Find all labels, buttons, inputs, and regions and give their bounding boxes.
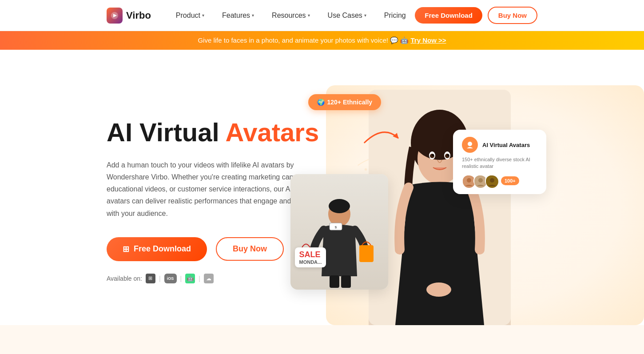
info-card-header: AI Virtual Avatars [462,137,537,153]
platform-icons: ⊞ | iOS | 🤖 | ☁ [146,274,214,283]
cloud-platform-icon: ☁ [204,274,214,283]
ios-platform-icon: iOS [164,274,177,283]
hero-section: AI Virtual Avatars Add a human touch to … [0,50,644,325]
svg-point-50 [467,178,471,183]
ai-avatars-info-card: AI Virtual Avatars 150+ ethnically diver… [453,130,546,194]
sale-label: SALE MONDA... [295,247,326,267]
svg-point-54 [490,178,494,183]
windows-platform-icon: ⊞ [146,274,155,283]
chevron-down-icon: ▾ [252,13,254,18]
svg-point-47 [426,282,451,297]
sale-text: SALE [299,250,322,259]
avatar-count-badge: 100+ [501,176,519,185]
chevron-down-icon: ▾ [308,13,310,18]
shopping-card-inner: SALE $ [290,174,388,290]
nav-links: Product ▾ Features ▾ Resources ▾ Use Cas… [169,8,415,23]
available-on-label: Available on: [107,275,142,282]
mini-avatar-2 [473,175,486,187]
svg-point-48 [468,142,472,146]
shopping-person-card: SALE $ SALE MONDA... [290,174,388,290]
nav-buy-now-button[interactable]: Buy Now [488,7,537,24]
hero-free-download-button[interactable]: ⊞ Free Download [107,237,207,261]
logo-text: Virbo [126,10,151,21]
info-avatar-icon [462,137,478,153]
android-platform-icon: 🤖 [185,274,195,283]
logo-icon [107,8,123,24]
nav-item-use-cases[interactable]: Use Cases ▾ [321,8,374,23]
logo[interactable]: Virbo [107,8,151,24]
ethnically-badge: 🌍 120+ Ethnically [308,94,382,110]
svg-rect-46 [445,183,451,201]
divider: | [180,275,182,282]
svg-point-42 [445,154,449,158]
mini-avatar-1 [462,175,474,187]
hero-title-highlight: Avatars [226,118,319,147]
svg-rect-32 [330,275,339,288]
svg-point-43 [432,154,434,156]
bottom-section: Get to Know Realistic Virbo AI Avatars [0,325,644,354]
divider: | [199,275,200,282]
nav-free-download-button[interactable]: Free Download [415,7,482,24]
svg-point-23 [329,199,350,213]
svg-point-44 [447,154,449,156]
promo-cta[interactable]: Try Now >> [411,36,446,44]
svg-rect-45 [429,183,435,201]
info-card-title: AI Virtual Avatars [482,142,530,148]
divider: | [159,275,161,282]
chevron-down-icon: ▾ [364,13,366,18]
promo-banner: Give life to faces in a photo, and anima… [0,31,644,50]
nav-item-resources[interactable]: Resources ▾ [265,8,317,23]
svg-point-52 [478,178,483,183]
mini-avatar-3 [485,175,497,187]
mini-avatars-row: 100+ [462,175,537,187]
monday-text: MONDA... [299,259,322,265]
globe-icon: 🌍 [317,99,325,106]
nav-actions: Free Download Buy Now [415,7,537,24]
shopping-person-svg: SALE $ [295,179,384,290]
nav-item-features[interactable]: Features ▾ [215,8,261,23]
svg-point-1 [364,168,366,171]
svg-point-41 [430,154,434,158]
hero-title: AI Virtual Avatars [107,118,326,147]
hero-buy-now-button[interactable]: Buy Now [216,237,284,261]
info-card-desc: 150+ ethnically diverse stock AI realist… [462,156,537,170]
svg-rect-29 [359,245,374,262]
nav-item-pricing[interactable]: Pricing [377,8,413,23]
hero-title-text: AI Virtual [107,118,226,147]
navbar: Virbo Product ▾ Features ▾ Resources ▾ U… [0,0,644,31]
nav-item-product[interactable]: Product ▾ [169,8,211,23]
chevron-down-icon: ▾ [202,13,204,18]
windows-icon: ⊞ [123,244,129,254]
svg-text:$: $ [334,225,337,229]
promo-text: Give life to faces in a photo, and anima… [198,36,409,44]
hero-visual: 🌍 120+ Ethnically [344,76,538,325]
svg-rect-33 [341,275,351,288]
